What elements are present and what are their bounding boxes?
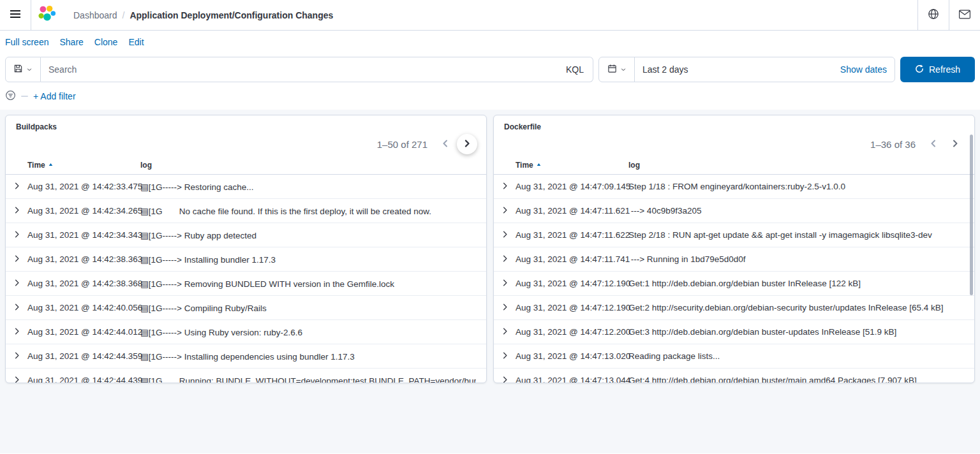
expand-row-button[interactable] <box>12 351 27 362</box>
table-row: Aug 31, 2021 @ 14:47:12.190 Get:1 http:/… <box>494 272 974 296</box>
calendar-icon <box>607 64 617 75</box>
time-cell: Aug 31, 2021 @ 14:42:34.265 <box>27 206 140 216</box>
expand-row-button[interactable] <box>500 326 516 338</box>
panel-buildpacks: Buildpacks 1–50 of 271 Time <box>5 115 487 383</box>
expand-row-button[interactable] <box>500 205 516 217</box>
log-cell: Get:2 http://security.debian.org/debian-… <box>628 303 964 312</box>
expand-row-button[interactable] <box>12 375 27 384</box>
expand-row-button[interactable] <box>12 278 27 289</box>
time-cell: Aug 31, 2021 @ 14:47:11.741 <box>516 254 628 264</box>
log-cell: ▤[1G-----> Using Ruby version: ruby-2.6.… <box>140 327 476 337</box>
search-group: KQL <box>5 57 593 82</box>
previous-page-button[interactable] <box>435 134 456 154</box>
log-cell: ▤[1G-----> Restoring cache... <box>140 182 476 192</box>
breadcrumb-separator: / <box>122 10 125 20</box>
filter-menu-button[interactable] <box>5 90 16 103</box>
column-header-log[interactable]: log <box>628 161 964 170</box>
table-row: Aug 31, 2021 @ 14:47:09.145 Step 1/18 : … <box>494 175 974 199</box>
time-cell: Aug 31, 2021 @ 14:42:40.056 <box>27 303 140 312</box>
column-header-time[interactable]: Time <box>516 161 628 170</box>
breadcrumb: Dashboard / Application Deployment/Confi… <box>73 10 333 20</box>
chevron-right-icon <box>500 375 510 384</box>
breadcrumb-dashboard[interactable]: Dashboard <box>73 10 117 20</box>
full-screen-link[interactable]: Full screen <box>5 37 48 50</box>
clone-link[interactable]: Clone <box>94 37 118 50</box>
header-actions <box>917 0 980 31</box>
time-cell: Aug 31, 2021 @ 14:47:11.622 <box>516 230 628 240</box>
mail-button[interactable] <box>949 0 980 31</box>
log-cell: ▤[1G-----> Removing BUNDLED WITH version… <box>140 279 476 289</box>
pagination-range: 1–36 of 36 <box>870 139 916 150</box>
chevron-down-icon <box>26 65 33 75</box>
chevron-right-icon <box>12 326 22 338</box>
expand-row-button[interactable] <box>500 351 516 362</box>
next-page-button[interactable] <box>945 134 965 154</box>
chevron-right-icon <box>500 326 510 338</box>
log-cell: Step 1/18 : FROM engineyard/kontainers:r… <box>628 182 964 191</box>
date-quick-menu-button[interactable] <box>599 57 635 82</box>
show-dates-button[interactable]: Show dates <box>840 64 895 75</box>
search-input[interactable] <box>48 64 561 75</box>
table-row: Aug 31, 2021 @ 14:42:38.368 ▤[1G-----> R… <box>6 272 486 296</box>
add-filter-link[interactable]: + Add filter <box>33 91 76 101</box>
chevron-right-icon <box>500 230 510 241</box>
filter-bar: + Add filter <box>0 89 980 104</box>
edit-link[interactable]: Edit <box>128 37 144 50</box>
time-range-value[interactable]: Last 2 days <box>635 64 840 75</box>
time-cell: Aug 31, 2021 @ 14:42:38.363 <box>27 254 140 264</box>
table-row: Aug 31, 2021 @ 14:42:40.056 ▤[1G-----> C… <box>6 296 486 320</box>
home-logo-button[interactable] <box>31 0 62 31</box>
expand-row-button[interactable] <box>500 302 516 314</box>
log-cell: Get:3 http://deb.debian.org/debian buste… <box>628 327 964 337</box>
chevron-down-icon <box>620 65 627 75</box>
time-cell: Aug 31, 2021 @ 14:42:34.343 <box>27 230 140 240</box>
log-cell: Get:1 http://deb.debian.org/debian buste… <box>628 279 964 288</box>
menu-button[interactable] <box>0 0 31 31</box>
log-cell: ▤[1G-----> Installing bundler 1.17.3 <box>140 254 476 265</box>
saved-query-menu-button[interactable] <box>5 57 41 82</box>
table-row: Aug 31, 2021 @ 14:47:11.622 Step 2/18 : … <box>494 223 974 247</box>
table-row: Aug 31, 2021 @ 14:47:11.621 ---> 40c9b9f… <box>494 199 974 223</box>
expand-row-button[interactable] <box>12 230 27 241</box>
expand-row-button[interactable] <box>500 375 516 384</box>
table-row: Aug 31, 2021 @ 14:47:12.200 Get:3 http:/… <box>494 320 974 344</box>
sort-ascending-icon <box>536 161 542 170</box>
log-cell: Reading package lists... <box>628 351 964 361</box>
expand-row-button[interactable] <box>12 181 27 193</box>
time-cell: Aug 31, 2021 @ 14:47:12.190 <box>516 303 628 312</box>
expand-row-button[interactable] <box>500 254 516 265</box>
table-row: Aug 31, 2021 @ 14:47:11.741 ---> Running… <box>494 247 974 272</box>
vertical-scrollbar[interactable] <box>970 135 973 295</box>
globe-icon <box>928 8 939 22</box>
table-header: Time log <box>494 156 974 175</box>
expand-row-button[interactable] <box>500 230 516 241</box>
log-cell: Step 2/18 : RUN apt-get update && apt-ge… <box>628 230 964 240</box>
chevron-left-icon <box>928 138 939 150</box>
log-cell: ▤[1G Running: BUNDLE_WITHOUT=development… <box>140 376 476 384</box>
expand-row-button[interactable] <box>12 302 27 314</box>
expand-row-button[interactable] <box>12 254 27 265</box>
expand-row-button[interactable] <box>500 181 516 193</box>
elastic-logo <box>37 4 56 26</box>
expand-row-button[interactable] <box>12 326 27 338</box>
expand-row-button[interactable] <box>12 205 27 217</box>
share-link[interactable]: Share <box>59 37 83 50</box>
expand-row-button[interactable] <box>500 278 516 289</box>
column-header-time[interactable]: Time <box>27 161 140 170</box>
column-header-log[interactable]: log <box>140 161 476 170</box>
chevron-right-icon <box>12 205 22 217</box>
globe-button[interactable] <box>918 0 949 31</box>
panel-title[interactable]: Dockerfile <box>494 115 551 133</box>
time-cell: Aug 31, 2021 @ 14:47:13.044 <box>516 376 628 383</box>
table-row: Aug 31, 2021 @ 14:42:44.359 ▤[1G-----> I… <box>6 344 486 369</box>
hamburger-icon <box>10 10 20 20</box>
date-picker: Last 2 days Show dates <box>598 57 895 82</box>
next-page-button[interactable] <box>457 134 477 154</box>
query-bar: KQL Last 2 days Show dates Refresh <box>0 57 980 82</box>
query-language-button[interactable]: KQL <box>566 64 584 75</box>
chevron-right-icon <box>12 254 22 265</box>
previous-page-button[interactable] <box>923 134 944 154</box>
panel-title[interactable]: Buildpacks <box>6 115 67 133</box>
refresh-button[interactable]: Refresh <box>900 57 975 82</box>
chevron-right-icon <box>500 254 510 265</box>
